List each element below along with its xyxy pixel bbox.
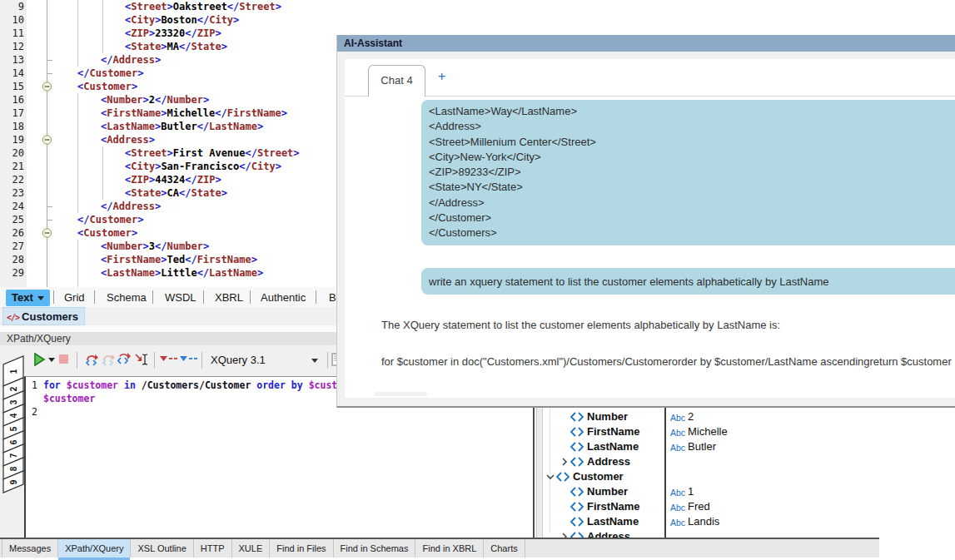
result-tree-row[interactable]: NumberAbc1	[535, 484, 879, 499]
element-icon	[570, 427, 584, 437]
output-window-tab-bar: MessagesXPath/XQueryXSL OutlineHTTPXULEF…	[0, 539, 879, 558]
element-icon	[556, 472, 570, 482]
xml-code-line[interactable]: <FirstName>Ted</FirstName>	[0, 253, 257, 266]
xml-code-line[interactable]: <ZIP>23320</ZIP>	[0, 27, 221, 40]
chat-xml-line: <State>NY</State>	[429, 180, 955, 195]
xml-code-line[interactable]: <Number>2</Number>	[0, 93, 209, 107]
xml-code-line[interactable]: <Customer>	[0, 226, 137, 240]
xml-code-line[interactable]: </Customer>	[0, 67, 143, 80]
assistant-answer-intro: The XQuery statement to list the custome…	[381, 319, 780, 331]
view-tab-text[interactable]: Text	[6, 290, 50, 306]
result-tree-row[interactable]: LastNameAbcButler	[535, 439, 879, 454]
chat-xml-line: <ZIP>89233</ZIP>	[429, 165, 955, 180]
element-icon	[570, 517, 584, 527]
xml-code-line[interactable]: <FirstName>Michelle</FirstName>	[0, 107, 287, 120]
result-tree-row[interactable]: FirstNameAbcFred	[535, 499, 879, 514]
result-tree-row[interactable]: LastNameAbcLandis	[535, 514, 879, 529]
xml-code-line[interactable]: <State>CA</State>	[0, 186, 227, 200]
combo-dropdown-caret	[311, 359, 318, 363]
element-name: FirstName	[587, 424, 640, 439]
xml-code-line[interactable]: <Street>First Avenue</Street>	[0, 146, 300, 160]
abc-type-icon: Abc	[670, 440, 685, 455]
output-tab-xsl-outline[interactable]: XSL Outline	[131, 539, 193, 558]
output-tab-charts[interactable]: Charts	[484, 539, 525, 558]
view-tab-grid[interactable]: Grid	[64, 290, 85, 306]
chat-xml-line: <City>New-York</City>	[429, 150, 955, 165]
new-chat-tab-button[interactable]: +	[438, 70, 445, 83]
view-tab-separator	[203, 290, 204, 304]
element-value: 2	[688, 409, 694, 424]
goto-expression-icon[interactable]	[135, 353, 148, 366]
svg-text:1: 1	[9, 369, 18, 374]
view-tab-wsdl[interactable]: WSDL	[165, 290, 196, 306]
xml-code-line[interactable]: <Address>	[0, 133, 155, 146]
result-tree-row[interactable]: NumberAbc2	[535, 409, 879, 424]
view-tab-xbrl[interactable]: XBRL	[215, 290, 243, 306]
element-value: Fred	[688, 499, 710, 514]
element-value: Michelle	[688, 424, 728, 439]
xml-code-line[interactable]: </Customer>	[0, 213, 143, 226]
result-tree-row[interactable]: Address	[535, 454, 879, 469]
xml-code-line[interactable]: <City>Boston</City>	[0, 13, 239, 27]
xquery-results-tree[interactable]: NumberAbc2FirstNameAbcMichelleLastNameAb…	[533, 408, 879, 538]
results-column-separator[interactable]	[664, 408, 666, 538]
xml-code-line[interactable]: <ZIP>44324</ZIP>	[0, 173, 221, 186]
xml-code-line[interactable]: <LastName>Butler</LastName>	[0, 120, 263, 133]
evaluate-options-caret-icon[interactable]	[48, 358, 56, 363]
document-tab-label: Customers	[22, 310, 78, 323]
xml-file-icon: </>	[7, 313, 19, 322]
element-name: LastName	[587, 439, 639, 454]
abc-type-icon: Abc	[670, 500, 685, 515]
output-tab-messages[interactable]: Messages	[2, 539, 58, 558]
view-tab-separator	[250, 290, 251, 304]
output-tab-find-in-schemas[interactable]: Find in Schemas	[334, 539, 416, 558]
xml-code-line[interactable]: <State>MA</State>	[0, 40, 227, 53]
xml-code-line[interactable]: <Customer>	[0, 80, 137, 93]
xml-code-line[interactable]: <Street>Oakstreet</Street>	[0, 0, 281, 13]
xpath-window-number-tabs[interactable]: 123456789	[2, 353, 27, 501]
output-tab-xule[interactable]: XULE	[232, 539, 271, 558]
output-tab-find-in-files[interactable]: Find in Files	[270, 539, 333, 558]
abc-type-icon: Abc	[670, 410, 685, 425]
chat-tab[interactable]: Chat 4	[368, 65, 425, 97]
start-debugging-icon[interactable]	[85, 353, 98, 366]
expanded-chevron-icon[interactable]	[546, 473, 555, 481]
chat-xml-line: <Address>	[429, 119, 955, 134]
scroll-nub[interactable]	[374, 392, 427, 396]
element-name: Customer	[573, 469, 624, 484]
xml-code-line[interactable]: </Address>	[0, 53, 161, 67]
ai-assistant-content: Chat 4 + <LastName>Way</LastName><Addres…	[345, 59, 955, 398]
step-into-icon[interactable]	[102, 353, 115, 366]
view-tab-separator	[152, 290, 153, 304]
output-tab-xpath-xquery[interactable]: XPath/XQuery	[58, 539, 131, 558]
chat-tabline	[345, 96, 955, 97]
ai-assistant-titlebar[interactable]: AI-Assistant	[337, 35, 955, 52]
xml-code-line[interactable]: <LastName>Little</LastName>	[0, 266, 263, 280]
breakpoint-list-icon[interactable]	[160, 356, 178, 363]
xml-code-line[interactable]: <City>San-Francisco</City>	[0, 160, 281, 173]
output-tab-http[interactable]: HTTP	[194, 539, 232, 558]
collapsed-chevron-icon[interactable]	[560, 458, 569, 466]
svg-text:2: 2	[9, 386, 18, 391]
evaluate-play-icon[interactable]	[33, 353, 46, 366]
element-icon	[570, 502, 584, 512]
query-code-line[interactable]: $customer	[43, 392, 95, 405]
stop-icon[interactable]	[59, 354, 68, 364]
element-name: Address	[587, 529, 630, 538]
chat-xml-line: </Customers>	[429, 225, 955, 240]
document-tab-customers[interactable]: </>Customers	[2, 307, 85, 325]
xmlspy-screen: 9101112131415161718192021222324252627282…	[0, 0, 955, 560]
view-tab-authentic[interactable]: Authentic	[261, 290, 306, 306]
step-out-icon[interactable]	[117, 353, 132, 366]
svg-text:7: 7	[9, 453, 18, 458]
bookmark-list-icon[interactable]	[180, 356, 198, 363]
result-tree-row[interactable]: FirstNameAbcMichelle	[535, 424, 879, 439]
view-tab-separator	[94, 290, 95, 304]
xquery-engine-select[interactable]: XQuery 3.1	[206, 350, 323, 370]
output-tab-find-in-xbrl[interactable]: Find in XBRL	[415, 539, 484, 558]
result-tree-row[interactable]: Customer	[535, 469, 879, 484]
xml-code-line[interactable]: <Number>3</Number>	[0, 240, 209, 253]
xml-code-line[interactable]: </Address>	[0, 200, 161, 213]
result-tree-row[interactable]: Address	[535, 529, 879, 538]
view-tab-schema[interactable]: Schema	[107, 290, 147, 306]
